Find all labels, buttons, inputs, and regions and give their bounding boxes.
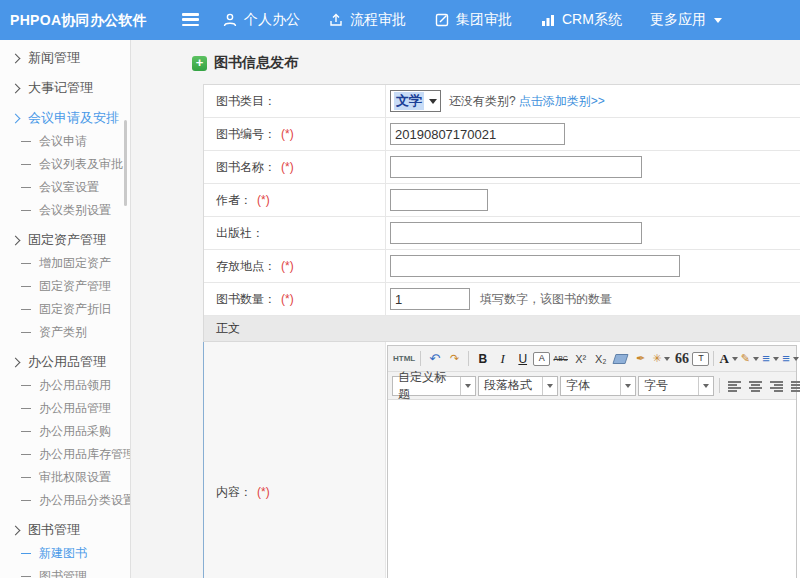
font-box-icon[interactable]: A (533, 352, 550, 366)
font-color-icon[interactable]: A (718, 350, 738, 368)
nav-more-apps[interactable]: 更多应用 (650, 11, 722, 29)
chevron-down-icon (753, 357, 759, 361)
field-value-cell (386, 118, 800, 150)
editor-content-area[interactable] (388, 400, 796, 578)
chevron-right-icon (11, 53, 21, 63)
topbar-nav: 个人办公流程审批集团审批CRM系统更多应用 (222, 0, 722, 40)
sidebar-group-新闻管理[interactable]: 新闻管理 (0, 46, 130, 70)
field-input-存放地点[interactable] (390, 255, 680, 277)
no-category-text: 还没有类别? (449, 93, 516, 110)
edit-square-icon (434, 12, 450, 28)
dash-icon (21, 408, 31, 409)
add-category-link[interactable]: 点击添加类别>> (519, 93, 605, 110)
ordered-list-icon[interactable]: ≡ (761, 350, 780, 368)
sidebar-item-会议申请[interactable]: 会议申请 (0, 130, 130, 153)
dash-icon (21, 576, 31, 577)
sidebar-item-办公用品领用[interactable]: 办公用品领用 (0, 374, 130, 397)
dash-icon (21, 553, 31, 554)
align-right-icon[interactable] (767, 377, 786, 395)
sidebar-item-会议类别设置[interactable]: 会议类别设置 (0, 199, 130, 222)
align-center-icon[interactable] (746, 377, 765, 395)
font-family-select[interactable]: 字体 (560, 376, 636, 396)
nav-group-approval[interactable]: 集团审批 (434, 11, 512, 29)
nav-personal-office[interactable]: 个人办公 (222, 11, 300, 29)
sidebar-item-办公用品库存管理[interactable]: 办公用品库存管理 (0, 443, 130, 466)
field-input-作者[interactable] (390, 189, 488, 211)
sidebar-item-办公用品采购[interactable]: 办公用品采购 (0, 420, 130, 443)
highlight-color-icon[interactable]: ✎ (740, 350, 760, 368)
field-value-cell: 文学还没有类别?点击添加类别>> (386, 85, 800, 117)
sidebar-item-增加固定资产[interactable]: 增加固定资产 (0, 252, 130, 275)
sidebar-group-固定资产管理[interactable]: 固定资产管理 (0, 228, 130, 252)
align-justify-icon[interactable] (788, 377, 800, 395)
clean-format-icon[interactable]: ✒ (631, 350, 650, 368)
redo-icon[interactable]: ↷ (445, 350, 464, 368)
sidebar-item-label: 固定资产折旧 (39, 301, 111, 318)
align-left-icon (728, 380, 741, 392)
form-row: 存放地点：(*) (204, 250, 800, 283)
dash-icon (21, 210, 31, 211)
sidebar: 新闻管理大事记管理会议申请及安排会议申请会议列表及审批会议室设置会议类别设置固定… (0, 40, 131, 578)
sidebar-group-会议申请及安排[interactable]: 会议申请及安排 (0, 106, 130, 130)
sidebar-item-新建图书[interactable]: 新建图书 (0, 542, 130, 565)
subscript-icon[interactable]: X₂ (591, 350, 610, 368)
chevron-right-icon (11, 525, 21, 535)
font-size-select[interactable]: 字号 (638, 376, 714, 396)
sidebar-item-办公用品管理[interactable]: 办公用品管理 (0, 397, 130, 420)
paragraph-format-select[interactable]: 段落格式 (478, 376, 558, 396)
undo-icon[interactable]: ↶ (425, 350, 444, 368)
eraser-icon[interactable] (611, 350, 630, 368)
bold-icon[interactable]: B (473, 350, 492, 368)
page-title-text: 图书信息发布 (214, 54, 298, 72)
nav-item-label: 集团审批 (456, 11, 512, 29)
dropdown-label: 字体 (566, 377, 590, 394)
strikethrough-icon[interactable]: ABC (551, 350, 570, 368)
chevron-down-icon (664, 357, 670, 361)
toolbar-separator (713, 351, 714, 366)
unordered-list-icon[interactable]: ≡ (781, 350, 800, 368)
sidebar-group-大事记管理[interactable]: 大事记管理 (0, 76, 130, 100)
sidebar-item-审批权限设置[interactable]: 审批权限设置 (0, 466, 130, 489)
heading-select[interactable]: 自定义标题 (392, 376, 476, 396)
html-source-button[interactable]: HTML (392, 350, 416, 368)
dash-icon (21, 141, 31, 142)
field-input-图书编号[interactable] (390, 123, 565, 145)
sidebar-item-会议室设置[interactable]: 会议室设置 (0, 176, 130, 199)
eraser-icon (613, 354, 629, 364)
sidebar-item-办公用品分类设置[interactable]: 办公用品分类设置 (0, 489, 130, 512)
align-left-icon[interactable] (725, 377, 744, 395)
field-input-图书数量[interactable] (390, 288, 470, 310)
field-value-cell (386, 217, 800, 249)
field-input-出版社[interactable] (390, 222, 642, 244)
sidebar-item-label: 增加固定资产 (39, 255, 111, 272)
sidebar-group-办公用品管理[interactable]: 办公用品管理 (0, 350, 130, 374)
dash-icon (21, 385, 31, 386)
sidebar-item-固定资产管理[interactable]: 固定资产管理 (0, 275, 130, 298)
sidebar-scrollbar[interactable] (124, 120, 127, 206)
blockquote-icon[interactable]: 66 (672, 350, 691, 368)
sidebar-item-固定资产折旧[interactable]: 固定资产折旧 (0, 298, 130, 321)
sidebar-item-label: 资产类别 (39, 324, 87, 341)
field-input-图书名称[interactable] (390, 156, 642, 178)
paste-text-icon[interactable]: T (692, 352, 709, 366)
nav-workflow-approval[interactable]: 流程审批 (328, 11, 406, 29)
sidebar-group-图书管理[interactable]: 图书管理 (0, 518, 130, 542)
required-mark: (*) (281, 127, 294, 141)
book-category-select[interactable]: 文学 (390, 90, 441, 112)
hamburger-menu-icon[interactable] (182, 13, 199, 27)
field-label-cell: 作者：(*) (204, 184, 386, 216)
sidebar-item-图书管理[interactable]: 图书管理 (0, 565, 130, 578)
chevron-down-icon (793, 357, 799, 361)
required-mark: (*) (281, 292, 294, 306)
italic-icon[interactable]: I (493, 350, 512, 368)
form-row: 图书类目：文学还没有类别?点击添加类别>> (204, 85, 800, 118)
nav-crm-system[interactable]: CRM系统 (540, 11, 622, 29)
sidebar-item-资产类别[interactable]: 资产类别 (0, 321, 130, 344)
sidebar-item-会议列表及审批[interactable]: 会议列表及审批 (0, 153, 130, 176)
content-label-cell: 内容： (*) (204, 342, 386, 578)
superscript-icon[interactable]: X² (571, 350, 590, 368)
sidebar-item-label: 固定资产管理 (28, 231, 106, 249)
underline-icon[interactable]: U (513, 350, 532, 368)
format-painter-icon[interactable]: ✳ (651, 350, 671, 368)
field-value-cell (386, 184, 800, 216)
